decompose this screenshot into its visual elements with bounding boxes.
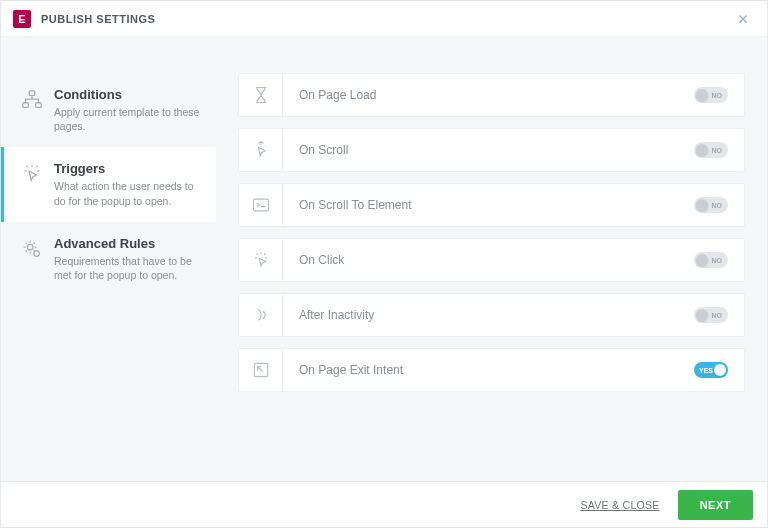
toggle-scroll[interactable]: NO: [694, 142, 728, 158]
sidebar-item-conditions[interactable]: Conditions Apply current template to the…: [1, 73, 216, 147]
trigger-row-inactivity: After Inactivity NO: [238, 293, 745, 337]
toggle-knob: [696, 309, 708, 321]
click-icon: [18, 161, 46, 207]
exit-intent-icon: [239, 349, 283, 391]
trigger-row-click: On Click NO: [238, 238, 745, 282]
save-close-link[interactable]: SAVE & CLOSE: [580, 499, 659, 511]
toggle-knob: [696, 89, 708, 101]
toggle-text: NO: [712, 147, 723, 154]
toggle-page-load[interactable]: NO: [694, 87, 728, 103]
publish-settings-modal: E PUBLISH SETTINGS Conditions Apply curr…: [0, 0, 768, 528]
trigger-row-scroll: On Scroll NO: [238, 128, 745, 172]
next-button[interactable]: NEXT: [678, 490, 753, 520]
toggle-text: NO: [712, 312, 723, 319]
modal-body: Conditions Apply current template to the…: [1, 37, 767, 481]
svg-point-4: [34, 251, 40, 257]
toggle-knob: [696, 254, 708, 266]
svg-rect-0: [29, 91, 35, 96]
sidebar-item-title: Advanced Rules: [54, 236, 200, 251]
trigger-label: After Inactivity: [283, 294, 688, 336]
svg-rect-5: [253, 199, 268, 211]
inactivity-icon: [239, 294, 283, 336]
toggle-text: NO: [712, 202, 723, 209]
toggle-click[interactable]: NO: [694, 252, 728, 268]
sidebar: Conditions Apply current template to the…: [1, 37, 216, 481]
modal-footer: SAVE & CLOSE NEXT: [1, 481, 767, 527]
svg-rect-1: [23, 103, 29, 108]
sitemap-icon: [18, 87, 46, 133]
modal-title: PUBLISH SETTINGS: [41, 13, 155, 25]
terminal-icon: [239, 184, 283, 226]
click-burst-icon: [239, 239, 283, 281]
sidebar-item-desc: Apply current template to these pages.: [54, 105, 200, 133]
sidebar-item-title: Conditions: [54, 87, 200, 102]
toggle-text: YES: [699, 367, 713, 374]
close-icon: [736, 12, 750, 26]
trigger-label: On Click: [283, 239, 688, 281]
toggle-text: NO: [712, 92, 723, 99]
sidebar-item-advanced[interactable]: Advanced Rules Requirements that have to…: [1, 222, 216, 296]
toggle-knob: [714, 364, 726, 376]
toggle-knob: [696, 199, 708, 211]
gear-icon: [18, 236, 46, 282]
triggers-panel: On Page Load NO On Scroll NO: [216, 37, 767, 481]
toggle-scroll-element[interactable]: NO: [694, 197, 728, 213]
toggle-knob: [696, 144, 708, 156]
sidebar-item-desc: What action the user needs to do for the…: [54, 179, 200, 207]
toggle-inactivity[interactable]: NO: [694, 307, 728, 323]
trigger-label: On Page Exit Intent: [283, 349, 688, 391]
elementor-logo: E: [13, 10, 31, 28]
close-button[interactable]: [731, 7, 755, 31]
trigger-row-exit-intent: On Page Exit Intent YES: [238, 348, 745, 392]
toggle-exit-intent[interactable]: YES: [694, 362, 728, 378]
toggle-text: NO: [712, 257, 723, 264]
trigger-label: On Page Load: [283, 74, 688, 116]
svg-rect-2: [36, 103, 41, 108]
trigger-label: On Scroll To Element: [283, 184, 688, 226]
svg-point-3: [27, 244, 33, 250]
modal-header: E PUBLISH SETTINGS: [1, 1, 767, 37]
scroll-icon: [239, 129, 283, 171]
trigger-label: On Scroll: [283, 129, 688, 171]
trigger-row-page-load: On Page Load NO: [238, 73, 745, 117]
sidebar-item-triggers[interactable]: Triggers What action the user needs to d…: [1, 147, 216, 221]
hourglass-icon: [239, 74, 283, 116]
trigger-row-scroll-element: On Scroll To Element NO: [238, 183, 745, 227]
sidebar-item-title: Triggers: [54, 161, 200, 176]
sidebar-item-desc: Requirements that have to be met for the…: [54, 254, 200, 282]
